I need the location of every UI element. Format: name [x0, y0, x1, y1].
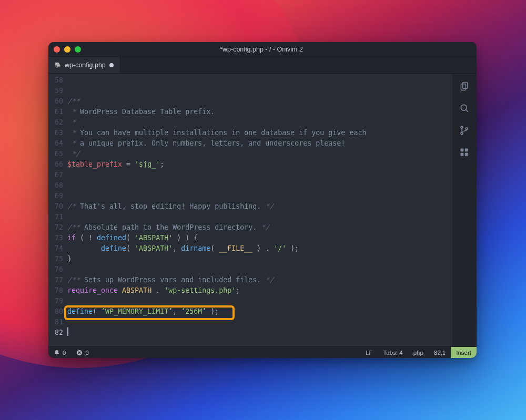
- code-editor[interactable]: 5859606162636465666768697071727374757677…: [48, 74, 452, 346]
- minimize-window-button[interactable]: [64, 46, 70, 53]
- line-gutter: 5859606162636465666768697071727374757677…: [48, 74, 67, 346]
- maximize-window-button[interactable]: [75, 46, 81, 53]
- svg-rect-9: [465, 153, 468, 156]
- bell-icon: [54, 350, 60, 356]
- tab-label: wp-config.php: [65, 62, 106, 69]
- svg-rect-0: [463, 83, 468, 89]
- status-notifications[interactable]: 0: [48, 350, 71, 356]
- php-file-icon: 🐘: [55, 62, 61, 68]
- editor-window: *wp-config.php - / - Onivim 2 🐘 wp-confi…: [48, 42, 477, 358]
- close-window-button[interactable]: [54, 46, 60, 53]
- svg-rect-1: [461, 84, 466, 90]
- status-language[interactable]: php: [408, 350, 429, 356]
- files-icon[interactable]: [459, 81, 470, 91]
- status-vim-mode[interactable]: Insert: [451, 347, 477, 358]
- code-area[interactable]: /** * WordPress Database Table prefix. *…: [67, 74, 452, 346]
- search-icon[interactable]: [459, 103, 470, 114]
- error-icon: [76, 350, 83, 356]
- status-indent[interactable]: Tabs: 4: [378, 350, 408, 356]
- activity-bar: [452, 74, 477, 346]
- svg-point-5: [461, 132, 463, 135]
- status-errors[interactable]: 0: [71, 350, 94, 356]
- svg-rect-8: [461, 153, 464, 156]
- svg-point-6: [466, 128, 468, 130]
- window-title: *wp-config.php - / - Onivim 2: [81, 46, 442, 53]
- svg-rect-7: [461, 149, 464, 152]
- tab-bar: 🐘 wp-config.php: [48, 57, 477, 74]
- tab-dirty-indicator: [109, 63, 114, 67]
- svg-line-3: [466, 110, 468, 112]
- git-branch-icon[interactable]: [459, 125, 470, 136]
- extensions-icon[interactable]: [459, 147, 470, 158]
- status-bar: 0 0 LF Tabs: 4 php 82,1 Insert: [48, 346, 477, 358]
- tab-wp-config[interactable]: 🐘 wp-config.php: [48, 57, 120, 73]
- status-position[interactable]: 82,1: [429, 350, 451, 356]
- title-bar[interactable]: *wp-config.php - / - Onivim 2: [48, 42, 477, 57]
- status-eol[interactable]: LF: [360, 350, 378, 356]
- svg-point-2: [461, 105, 467, 110]
- svg-point-4: [461, 126, 463, 128]
- text-cursor: [67, 327, 68, 336]
- svg-rect-10: [465, 149, 468, 152]
